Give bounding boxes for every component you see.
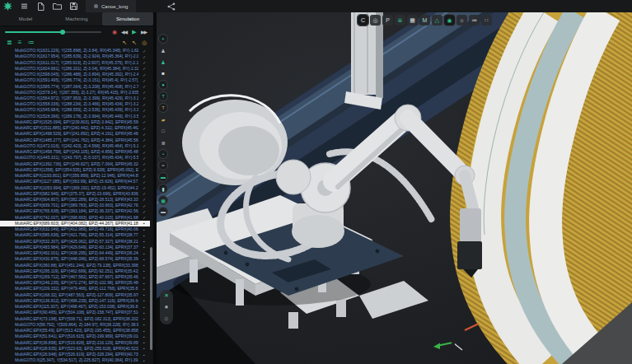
program-line[interactable]: MultiARC:EPX[982.946], EPY[375.37], EPZ[…	[0, 191, 150, 197]
program-line[interactable]: MultiARC:EPX[269.712], EPY[467.582], EPZ…	[0, 274, 150, 280]
main-menu-icon[interactable]	[20, 2, 29, 11]
program-line[interactable]: MultiGOTO:X[1545.684], Y[288.559], Z[-3.…	[0, 107, 150, 113]
toggle-slices[interactable]: ▬	[158, 172, 168, 182]
program-line[interactable]: MultiARC:EPX[632.049], EPY[412.989], EPZ…	[0, 226, 150, 232]
program-line[interactable]: MultiGOTO:X[1578.14], Y[287.355], Z[-3.2…	[0, 90, 150, 96]
step-forward-button[interactable]: ▶▶	[139, 29, 148, 35]
program-line[interactable]: MultiARC:EPX[209.332], EPY[479.466], EPZ…	[0, 286, 150, 292]
tab-machining[interactable]: Machining	[51, 12, 102, 26]
program-line[interactable]: MultiARC:EPX[1485.277], EPY[241.762], EP…	[0, 138, 150, 143]
toggle-panel-b[interactable]: ▬	[158, 207, 168, 217]
notes-button[interactable]: ≣	[395, 15, 405, 26]
slider-thumb[interactable]	[60, 30, 65, 35]
process-parameters-button[interactable]: P	[382, 15, 393, 26]
program-line[interactable]: MultiARC:EPX[36.898], EPY[519.828], EPZ[…	[0, 339, 150, 345]
toggle-tool-2[interactable]: T	[158, 103, 168, 113]
toggle-positioner[interactable]: ●	[158, 80, 168, 90]
program-line[interactable]: MultiARC:EPX[689.603], EPY[404.082], EPZ…	[0, 221, 150, 226]
play-button[interactable]: ▶	[129, 29, 138, 35]
program-line[interactable]: MultiARC:EPX[246.235], EPY[472.274], EPZ…	[0, 280, 150, 286]
program-line[interactable]: MultiARC:EPX[1358], EPY[354.535], EPZ[-9…	[0, 167, 150, 173]
program-line[interactable]: MultiARC:EPX[168.32], EPY[487.563], EPZ[…	[0, 292, 150, 298]
program-overview-button[interactable]: ◎	[370, 15, 381, 26]
world-axes-button[interactable]: ×	[165, 292, 169, 299]
program-line[interactable]: MultiGOTO:X[1558.336], Y[288.234], Z[-3.…	[0, 101, 150, 107]
apps-grid-button[interactable]: ∷	[481, 15, 492, 26]
pick-point-icon[interactable]: ↖	[122, 40, 127, 45]
toggle-tool-1[interactable]: T	[158, 91, 168, 101]
list-scrollbar[interactable]	[150, 247, 152, 350]
program-line[interactable]: MultiGOTO:X[1564.972], Y[287.953], Z[-3.…	[0, 96, 150, 101]
simulation-progress-slider[interactable]	[5, 31, 101, 33]
program-line[interactable]: MultiARC:EPX[904.807], EPY[382.289], EPZ…	[0, 197, 150, 203]
program-line[interactable]: MultiARC:EPX[483.984], EPY[429.649], EPZ…	[0, 245, 150, 250]
toggle-toolpath[interactable]: ≈	[158, 161, 168, 170]
program-line[interactable]: MultiARC:EPX[1127.085], EPY[363.99], EPZ…	[0, 179, 150, 184]
materials-button[interactable]: M	[419, 15, 430, 26]
program-line[interactable]: MultiARC:EPX[73.198], EPY[508.71], EPZ[-…	[0, 316, 150, 322]
toggle-grid[interactable]: ▦	[158, 195, 168, 205]
program-line[interactable]: MultiARC:EPX[115.307], EPY[498.467], EPZ…	[0, 304, 150, 310]
tab-simulation[interactable]: Simulation	[102, 12, 153, 26]
document-tab[interactable]: Canoe_long	[86, 0, 136, 12]
program-line[interactable]: MultiGOTO:X[1604.681], Y[286.201], Z[-3.…	[0, 66, 150, 72]
collision-check-button[interactable]: C	[358, 15, 368, 26]
program-line[interactable]: MultiARC:EPX[1511.885], EPY[240.442], EP…	[0, 125, 150, 131]
program-line[interactable]: MultiGOTO:X[1611.017], Y[285.919], Z[-2.…	[0, 59, 150, 65]
program-line[interactable]: MultiARC:EPX[585.636], EPY[421.796], EPZ…	[0, 232, 150, 238]
toggle-workpiece[interactable]: ■	[158, 68, 168, 78]
program-line[interactable]: MultiGOTO:X[1598.045], Y[286.488], Z[-3.…	[0, 72, 150, 77]
toggle-operator[interactable]: ♟	[158, 45, 168, 55]
share-icon[interactable]	[166, 2, 176, 11]
program-line[interactable]: MultiARC:EPX[1193.801], EPY[356.899], EP…	[0, 173, 150, 179]
program-line[interactable]: MultiARC:EPX[1525.094], EPY[239.803], EP…	[0, 119, 150, 125]
program-line[interactable]: MultiARC:EPX[28.935], EPY[523.63], EPZ[-…	[0, 346, 150, 352]
program-line[interactable]: MultiGOTO:X[1631.226], Y[235.898], Z[-3.…	[0, 48, 150, 54]
program-line[interactable]: MultiARC:EPX[742.007], EPY[398.693], EPZ…	[0, 215, 150, 221]
toggle-fixture[interactable]: ▰	[158, 114, 168, 124]
program-line[interactable]: MultiARC:EPX[430.875], EPY[448.096], EPZ…	[0, 256, 150, 262]
program-line[interactable]: MultiARC:EPX[360.88], EPY[451.244], EPZ[…	[0, 262, 150, 268]
program-line[interactable]: MultiARC:EPX[765.638], EPY[393.184], EPZ…	[0, 208, 150, 214]
open-folder-icon[interactable]	[53, 2, 62, 11]
program-line[interactable]: MultiARC:EPX[295.119], EPY[462.699], EPZ…	[0, 268, 150, 274]
viewport-3d[interactable]: C◎P≣▦M△◉☼≔∷ ⌖♟♟■●TT▰□≣•≈▬▮▦▬ ×●☼	[153, 12, 632, 364]
program-line[interactable]: MultiARC:EPX[51.641], EPY[516.615], EPZ[…	[0, 334, 150, 339]
program-line[interactable]: MultiARC:EPX[90.465], EPY[504.108], EPZ[…	[0, 310, 150, 315]
program-line[interactable]: MultiARC:EPX[1392.736], EPY[246.827], EP…	[0, 161, 150, 166]
toggle-panel-a[interactable]: ▮	[158, 184, 168, 194]
toggle-operator-2[interactable]: ♟	[158, 57, 168, 67]
tab-model[interactable]: Model	[0, 12, 51, 26]
toggle-layers[interactable]: ≣	[158, 138, 168, 147]
step-back-button[interactable]: ◀◀	[119, 29, 129, 35]
program-line[interactable]: MultiARC:EPX[462.001], EPY[438.295], EPZ…	[0, 250, 150, 256]
toggle-stock[interactable]: □	[158, 126, 168, 136]
program-line[interactable]: MultiARC:EPX[136.812], EPY[496.239], EPZ…	[0, 298, 150, 304]
list-view-icon[interactable]: ≔	[27, 40, 34, 46]
pivot-point-button[interactable]: ●	[165, 304, 169, 310]
program-line[interactable]: MultiGOTO:X[1472.016], Y[242.423], Z[-4.…	[0, 143, 150, 149]
settings-gear-button[interactable]: ☼	[456, 15, 467, 26]
frames-button[interactable]: ▦	[407, 15, 418, 26]
material-flask-button[interactable]: △	[432, 15, 442, 26]
program-line[interactable]: MultiGOTO:X[1528.396], Y[289.178], Z[-3.…	[0, 114, 150, 119]
program-line[interactable]: MultiARC:EPX[532.307], EPY[425.062], EPZ…	[0, 239, 150, 245]
program-line[interactable]: MultiARC:EPX[839.701], EPY[389.783], EPZ…	[0, 203, 150, 208]
program-line[interactable]: MultiARC:EPX[26.948], EPY[526.619], EPZ[…	[0, 352, 150, 357]
snap-circle-icon[interactable]: ◎	[142, 40, 147, 45]
expand-all-icon[interactable]: ≣	[7, 40, 12, 46]
program-line[interactable]: MultiGOTO:X[1617.954], Y[285.639], Z[-2.…	[0, 54, 150, 59]
toggle-robot[interactable]: ⌖	[158, 34, 168, 44]
program-line[interactable]: MultiGOTO:X[58.792], Y[509.864], Z[-184.…	[0, 322, 150, 328]
program-line[interactable]: MultiGOTO:X[1591.495], Y[286.774], Z[-3.…	[0, 77, 150, 83]
record-button[interactable]: ◉	[110, 29, 119, 35]
program-line[interactable]: MultiARC:EPX[55.49], EPY[513.423], EPZ[-…	[0, 328, 150, 334]
program-line[interactable]: MultiGOTO:X[1445.331], Y[243.797], Z[-5.…	[0, 155, 150, 161]
focus-target-button[interactable]: ◉	[444, 15, 455, 26]
pick-target-icon[interactable]: ↖	[132, 40, 137, 45]
program-line[interactable]: MultiGOTO:X[25.347], Y[534.517], Z[-225.…	[0, 357, 150, 363]
save-icon[interactable]	[69, 2, 78, 11]
collapse-all-icon[interactable]: ≡	[18, 40, 22, 46]
program-line[interactable]: MultiARC:EPX[1498.529], EPY[241.892], EP…	[0, 131, 150, 137]
program-line[interactable]: MultiGOTO:X[1585.774], Y[287.064], Z[-3.…	[0, 83, 150, 89]
